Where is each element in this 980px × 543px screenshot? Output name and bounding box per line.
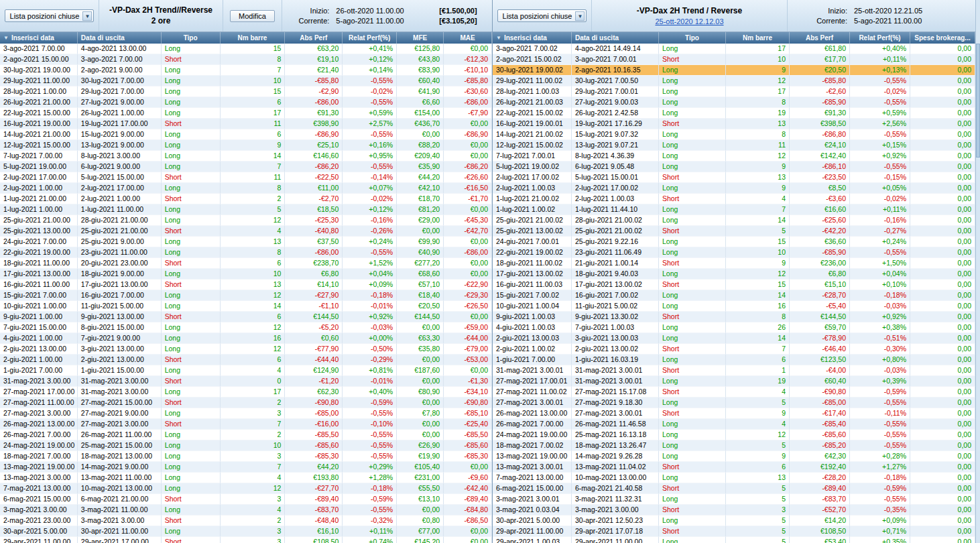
table-row[interactable]: 26-mag-2021 13.00.0027-mag-2021 3.00.01S… xyxy=(493,408,975,419)
table-row[interactable]: 17-giu-2021 13.00.0018-giu-2021 9.00.00L… xyxy=(0,269,492,280)
column-header-0[interactable]: ▼Inserisci data xyxy=(0,32,78,44)
table-row[interactable]: 2-ago-2021 15.00.023-ago-2021 7.00.01Sho… xyxy=(493,54,975,65)
column-header-1[interactable]: Data di uscita xyxy=(572,32,659,44)
table-row[interactable]: 22-giu-2021 19.00.0023-giu-2021 11.00.00… xyxy=(0,247,492,258)
table-row[interactable]: 24-giu-2021 7.00.0125-giu-2021 9.22.16Lo… xyxy=(493,237,975,247)
table-row[interactable]: 13-mag-2021 19.00.0014-mag-2021 9.00.00L… xyxy=(0,462,492,473)
vertical-scrollbar[interactable] xyxy=(975,0,980,543)
table-row[interactable]: 27-mag-2021 17.00.0131-mag-2021 3.00.01L… xyxy=(493,376,975,387)
table-row[interactable]: 7-lug-2021 7.00.018-lug-2021 4.36.39Long… xyxy=(493,151,975,162)
table-row[interactable]: 2-lug-2021 1.00.032-lug-2021 17.00.02Lon… xyxy=(493,183,975,194)
table-row[interactable]: 29-lug-2021 11.00.0230-lug-2021 7.00.50L… xyxy=(493,76,975,86)
column-header-7[interactable]: MAE xyxy=(444,32,492,44)
column-header-1[interactable]: Data di uscita xyxy=(78,32,162,44)
table-row[interactable]: 22-giu-2021 19.00.0223-giu-2021 11.06.49… xyxy=(493,247,975,258)
table-row[interactable]: 25-giu-2021 21.00.0228-giu-2021 21.00.02… xyxy=(493,215,975,226)
table-row[interactable]: 17-giu-2021 13.00.0218-giu-2021 9.40.03L… xyxy=(493,269,975,280)
table-row[interactable]: 2-lug-2021 1.00.002-lug-2021 17.00.00Lon… xyxy=(0,183,492,194)
table-row[interactable]: 22-lug-2021 15.00.0226-lug-2021 2.42.58L… xyxy=(493,108,975,119)
table-row[interactable]: 29-apr-2021 1.00.0329-apr-2021 11.00.00L… xyxy=(493,537,975,543)
table-row[interactable]: 3-mag-2021 0.03.043-mag-2021 3.00.00Shor… xyxy=(493,505,975,516)
table-row[interactable]: 12-lug-2021 15.00.0013-lug-2021 9.00.00L… xyxy=(0,140,492,151)
table-row[interactable]: 26-lug-2021 21.00.0027-lug-2021 9.00.00L… xyxy=(0,97,492,108)
table-row[interactable]: 3-mag-2021 3.00.013-mag-2021 11.32.31Lon… xyxy=(493,494,975,505)
table-row[interactable]: 12-lug-2021 15.00.0213-lug-2021 9.07.21L… xyxy=(493,140,975,151)
column-header-6[interactable]: MFE xyxy=(397,32,444,44)
right-positions-dropdown[interactable]: Lista posizioni chiuse ▼ xyxy=(497,9,587,22)
table-row[interactable]: 15-giu-2021 7.00.0216-giu-2021 7.00.02Lo… xyxy=(493,290,975,301)
table-row[interactable]: 1-lug-2021 21.00.022-lug-2021 1.00.03Sho… xyxy=(493,194,975,204)
table-row[interactable]: 27-mag-2021 17.00.0031-mag-2021 3.00.00L… xyxy=(0,387,492,398)
table-row[interactable]: 2-lug-2021 17.00.005-lug-2021 15.00.00Sh… xyxy=(0,172,492,183)
table-row[interactable]: 26-lug-2021 21.00.0327-lug-2021 9.00.03L… xyxy=(493,97,975,108)
table-row[interactable]: 13-mag-2021 19.00.0014-mag-2021 9.26.28L… xyxy=(493,451,975,462)
column-header-3[interactable]: Nm barre xyxy=(726,32,790,44)
table-row[interactable]: 26-mag-2021 13.00.0027-mag-2021 3.00.00S… xyxy=(0,419,492,430)
table-row[interactable]: 2-giu-2021 13.00.033-giu-2021 13.00.03Lo… xyxy=(493,333,975,344)
table-row[interactable]: 24-giu-2021 7.00.0025-giu-2021 9.00.00Lo… xyxy=(0,237,492,247)
table-row[interactable]: 27-mag-2021 3.00.0027-mag-2021 9.00.00Lo… xyxy=(0,408,492,419)
table-row[interactable]: 28-lug-2021 1.00.0029-lug-2021 7.00.00Lo… xyxy=(0,86,492,97)
column-header-5[interactable]: Relat Perf(%) xyxy=(850,32,910,44)
table-row[interactable]: 2-giu-2021 1.00.002-giu-2021 13.00.00Sho… xyxy=(0,355,492,365)
table-row[interactable]: 18-giu-2021 11.00.0221-giu-2021 1.00.14S… xyxy=(493,258,975,269)
table-row[interactable]: 13-mag-2021 3.00.0013-mag-2021 11.00.00L… xyxy=(0,473,492,483)
table-row[interactable]: 7-lug-2021 7.00.008-lug-2021 3.00.00Long… xyxy=(0,151,492,162)
table-row[interactable]: 9-giu-2021 1.00.039-giu-2021 13.30.02Sho… xyxy=(493,312,975,322)
table-row[interactable]: 25-giu-2021 13.00.0025-giu-2021 21.00.00… xyxy=(0,226,492,237)
strategy-date-link[interactable]: 25-ott-2020 12.12.03 xyxy=(655,17,723,25)
column-header-2[interactable]: Tipo xyxy=(162,32,221,44)
table-row[interactable]: 2-giu-2021 1.00.022-giu-2021 13.00.02Sho… xyxy=(493,344,975,355)
column-header-0[interactable]: ▼Inserisci data xyxy=(493,32,572,44)
table-row[interactable]: 2-giu-2021 13.00.003-giu-2021 13.00.00Lo… xyxy=(0,344,492,355)
table-row[interactable]: 5-lug-2021 19.00.006-lug-2021 9.00.00Lon… xyxy=(0,162,492,172)
table-row[interactable]: 1-lug-2021 1.00.001-lug-2021 11.00.00Lon… xyxy=(0,204,492,215)
table-row[interactable]: 5-lug-2021 19.00.026-lug-2021 9.05.48Lon… xyxy=(493,162,975,172)
table-row[interactable]: 15-giu-2021 7.00.0016-giu-2021 7.00.00Lo… xyxy=(0,290,492,301)
column-header-4[interactable]: Abs Perf xyxy=(285,32,343,44)
table-row[interactable]: 22-lug-2021 15.00.0026-lug-2021 1.00.00L… xyxy=(0,108,492,119)
table-row[interactable]: 4-giu-2021 1.00.037-giu-2021 1.00.03Long… xyxy=(493,322,975,333)
table-row[interactable]: 6-mag-2021 15.00.006-mag-2021 21.00.00Sh… xyxy=(0,494,492,505)
table-row[interactable]: 31-mag-2021 3.00.0131-mag-2021 3.00.01Sh… xyxy=(493,365,975,376)
table-row[interactable]: 27-mag-2021 11.00.0027-mag-2021 15.00.00… xyxy=(0,398,492,408)
table-row[interactable]: 10-giu-2021 1.00.0011-giu-2021 5.00.00Lo… xyxy=(0,301,492,312)
table-row[interactable]: 30-apr-2021 5.00.0030-apr-2021 12.50.23L… xyxy=(493,516,975,526)
table-row[interactable]: 16-lug-2021 19.00.0019-lug-2021 17.00.00… xyxy=(0,119,492,129)
table-row[interactable]: 14-lug-2021 21.00.0015-lug-2021 9.00.00L… xyxy=(0,129,492,140)
column-header-3[interactable]: Nm barre xyxy=(221,32,286,44)
table-row[interactable]: 18-giu-2021 11.00.0020-giu-2021 23.00.00… xyxy=(0,258,492,269)
table-row[interactable]: 28-lug-2021 1.00.0329-lug-2021 7.00.01Lo… xyxy=(493,86,975,97)
table-row[interactable]: 24-mag-2021 19.00.0025-mag-2021 16.13.18… xyxy=(493,430,975,440)
table-row[interactable]: 2-lug-2021 17.00.025-lug-2021 15.00.01Sh… xyxy=(493,172,975,183)
table-row[interactable]: 1-lug-2021 21.00.002-lug-2021 1.00.00Sho… xyxy=(0,194,492,204)
table-row[interactable]: 14-lug-2021 21.00.0215-lug-2021 9.07.32L… xyxy=(493,129,975,140)
table-row[interactable]: 13-mag-2021 3.00.0113-mag-2021 11.04.02S… xyxy=(493,462,975,473)
table-row[interactable]: 18-mag-2021 7.00.0018-mag-2021 13.00.00L… xyxy=(0,451,492,462)
table-row[interactable]: 10-giu-2021 1.00.0411-giu-2021 5.00.02Lo… xyxy=(493,301,975,312)
table-row[interactable]: 25-giu-2021 13.00.0225-giu-2021 21.00.02… xyxy=(493,226,975,237)
table-row[interactable]: 3-ago-2021 7.00.024-ago-2021 14.49.14Lon… xyxy=(493,44,975,54)
table-row[interactable]: 30-apr-2021 5.00.0030-apr-2021 11.00.00L… xyxy=(0,526,492,537)
table-row[interactable]: 27-mag-2021 3.00.0127-mag-2021 9.18.30Lo… xyxy=(493,398,975,408)
table-row[interactable]: 2-ago-2021 15.00.003-ago-2021 7.00.00Sho… xyxy=(0,54,492,65)
table-row[interactable]: 1-giu-2021 7.00.001-giu-2021 15.00.00Lon… xyxy=(0,365,492,376)
scrollbar-thumb[interactable] xyxy=(976,44,980,158)
table-row[interactable]: 1-lug-2021 1.00.021-lug-2021 11.44.10Lon… xyxy=(493,204,975,215)
modifica-button[interactable]: Modifica xyxy=(230,10,275,22)
table-row[interactable]: 29-apr-2021 11.00.0029-apr-2021 17.07.18… xyxy=(493,526,975,537)
table-row[interactable]: 27-mag-2021 11.00.0227-mag-2021 15.17.08… xyxy=(493,387,975,398)
table-row[interactable]: 24-mag-2021 19.00.0025-mag-2021 15.00.00… xyxy=(0,440,492,451)
left-positions-dropdown[interactable]: Lista posizioni chiuse ▼ xyxy=(5,9,95,22)
table-row[interactable]: 29-apr-2021 11.00.0029-apr-2021 17.00.00… xyxy=(0,537,492,543)
column-header-6[interactable]: Spese brokerag... xyxy=(910,32,975,44)
table-row[interactable]: 30-lug-2021 19.00.022-ago-2021 10.16.35L… xyxy=(493,65,975,76)
table-row[interactable]: 29-lug-2021 11.00.0030-lug-2021 7.00.00L… xyxy=(0,76,492,86)
table-row[interactable]: 18-mag-2021 7.00.0218-mag-2021 13.26.47L… xyxy=(493,440,975,451)
table-row[interactable]: 3-mag-2021 3.00.003-mag-2021 11.00.00Lon… xyxy=(0,505,492,516)
table-row[interactable]: 26-mag-2021 7.00.0026-mag-2021 11.46.58L… xyxy=(493,419,975,430)
table-row[interactable]: 16-giu-2021 11.00.0017-giu-2021 13.00.00… xyxy=(0,280,492,290)
table-row[interactable]: 7-mag-2021 13.00.0010-mag-2021 13.00.00L… xyxy=(0,483,492,494)
table-row[interactable]: 7-mag-2021 13.00.0010-mag-2021 13.00.00L… xyxy=(493,473,975,483)
table-row[interactable]: 16-lug-2021 19.00.0119-lug-2021 17.16.29… xyxy=(493,119,975,129)
